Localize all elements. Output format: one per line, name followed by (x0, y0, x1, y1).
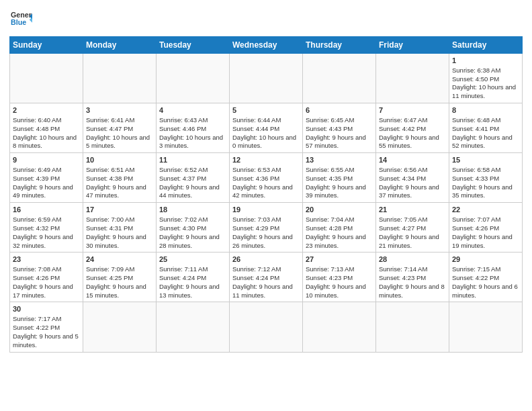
calendar-cell: 8Sunrise: 6:48 AMSunset: 4:41 PMDaylight… (449, 103, 523, 153)
day-number: 13 (306, 155, 373, 165)
calendar-cell: 15Sunrise: 6:58 AMSunset: 4:33 PMDayligh… (449, 153, 523, 203)
day-number: 22 (452, 205, 519, 215)
day-number: 8 (452, 105, 519, 116)
day-info: Sunrise: 6:59 AMSunset: 4:32 PMDaylight:… (13, 216, 73, 248)
logo: General Blue (9, 9, 32, 32)
day-number: 29 (452, 255, 519, 265)
day-number: 21 (379, 205, 446, 215)
calendar-cell: 23Sunrise: 7:08 AMSunset: 4:26 PMDayligh… (10, 253, 83, 302)
day-number: 28 (379, 255, 446, 265)
day-number: 23 (13, 255, 80, 265)
weekday-wednesday: Wednesday (230, 37, 303, 54)
day-info: Sunrise: 7:03 AMSunset: 4:29 PMDaylight:… (232, 216, 293, 248)
day-number: 3 (86, 105, 153, 116)
calendar-week-1: 1Sunrise: 6:38 AMSunset: 4:50 PMDaylight… (10, 54, 523, 103)
calendar-cell: 27Sunrise: 7:13 AMSunset: 4:23 PMDayligh… (303, 253, 376, 302)
weekday-tuesday: Tuesday (157, 37, 230, 54)
day-number: 25 (159, 255, 226, 265)
calendar-week-4: 16Sunrise: 6:59 AMSunset: 4:32 PMDayligh… (10, 203, 523, 253)
calendar-cell: 1Sunrise: 6:38 AMSunset: 4:50 PMDaylight… (449, 54, 523, 103)
day-number: 7 (379, 105, 446, 116)
day-info: Sunrise: 6:52 AMSunset: 4:37 PMDaylight:… (159, 166, 220, 199)
calendar-cell: 16Sunrise: 6:59 AMSunset: 4:32 PMDayligh… (10, 203, 83, 253)
calendar-cell: 28Sunrise: 7:14 AMSunset: 4:23 PMDayligh… (376, 253, 449, 302)
day-info: Sunrise: 6:40 AMSunset: 4:48 PMDaylight:… (13, 116, 77, 149)
calendar-cell: 9Sunrise: 6:49 AMSunset: 4:39 PMDaylight… (10, 153, 83, 203)
day-info: Sunrise: 6:53 AMSunset: 4:36 PMDaylight:… (232, 166, 293, 199)
calendar-cell (230, 302, 303, 352)
calendar-cell (230, 54, 303, 103)
day-info: Sunrise: 6:55 AMSunset: 4:35 PMDaylight:… (306, 166, 366, 199)
calendar-week-3: 9Sunrise: 6:49 AMSunset: 4:39 PMDaylight… (10, 153, 523, 203)
day-info: Sunrise: 7:17 AMSunset: 4:22 PMDaylight:… (13, 315, 79, 348)
weekday-monday: Monday (83, 37, 157, 54)
day-number: 11 (159, 155, 226, 165)
calendar-table: SundayMondayTuesdayWednesdayThursdayFrid… (9, 36, 523, 353)
day-number: 10 (86, 155, 153, 165)
day-info: Sunrise: 6:44 AMSunset: 4:44 PMDaylight:… (232, 116, 296, 149)
day-info: Sunrise: 7:05 AMSunset: 4:27 PMDaylight:… (379, 216, 439, 248)
day-number: 14 (379, 155, 446, 165)
weekday-sunday: Sunday (10, 37, 83, 54)
calendar-cell: 14Sunrise: 6:56 AMSunset: 4:34 PMDayligh… (376, 153, 449, 203)
day-info: Sunrise: 6:38 AMSunset: 4:50 PMDaylight:… (452, 66, 516, 99)
day-info: Sunrise: 6:47 AMSunset: 4:42 PMDaylight:… (379, 116, 439, 149)
calendar-cell: 5Sunrise: 6:44 AMSunset: 4:44 PMDaylight… (230, 103, 303, 153)
calendar-week-6: 30Sunrise: 7:17 AMSunset: 4:22 PMDayligh… (10, 302, 523, 352)
day-info: Sunrise: 7:08 AMSunset: 4:26 PMDaylight:… (13, 265, 73, 298)
day-info: Sunrise: 7:07 AMSunset: 4:26 PMDaylight:… (452, 216, 513, 248)
calendar-cell: 2Sunrise: 6:40 AMSunset: 4:48 PMDaylight… (10, 103, 83, 153)
calendar-cell (10, 54, 83, 103)
day-number: 18 (159, 205, 226, 215)
day-info: Sunrise: 6:51 AMSunset: 4:38 PMDaylight:… (86, 166, 146, 199)
calendar-cell: 21Sunrise: 7:05 AMSunset: 4:27 PMDayligh… (376, 203, 449, 253)
calendar-cell (303, 302, 376, 352)
day-number: 9 (13, 155, 80, 165)
calendar-cell: 29Sunrise: 7:15 AMSunset: 4:22 PMDayligh… (449, 253, 523, 302)
day-info: Sunrise: 7:02 AMSunset: 4:30 PMDaylight:… (159, 216, 220, 248)
weekday-header-row: SundayMondayTuesdayWednesdayThursdayFrid… (10, 37, 523, 54)
calendar-cell (449, 302, 523, 352)
day-info: Sunrise: 7:14 AMSunset: 4:23 PMDaylight:… (379, 265, 445, 298)
day-number: 15 (452, 155, 519, 165)
day-info: Sunrise: 7:12 AMSunset: 4:24 PMDaylight:… (232, 265, 293, 298)
day-info: Sunrise: 7:15 AMSunset: 4:22 PMDaylight:… (452, 265, 518, 298)
calendar-cell: 17Sunrise: 7:00 AMSunset: 4:31 PMDayligh… (83, 203, 157, 253)
day-number: 26 (232, 255, 300, 265)
day-number: 2 (13, 105, 80, 116)
day-number: 17 (86, 205, 153, 215)
calendar-cell (376, 302, 449, 352)
day-number: 16 (13, 205, 80, 215)
calendar-cell (83, 302, 157, 352)
calendar-cell: 3Sunrise: 6:41 AMSunset: 4:47 PMDaylight… (83, 103, 157, 153)
day-number: 30 (13, 304, 80, 314)
day-number: 6 (306, 105, 373, 116)
day-number: 4 (159, 105, 226, 116)
calendar-cell: 10Sunrise: 6:51 AMSunset: 4:38 PMDayligh… (83, 153, 157, 203)
weekday-saturday: Saturday (449, 37, 523, 54)
day-info: Sunrise: 7:11 AMSunset: 4:24 PMDaylight:… (159, 265, 220, 298)
calendar-cell (376, 54, 449, 103)
calendar-cell: 25Sunrise: 7:11 AMSunset: 4:24 PMDayligh… (157, 253, 230, 302)
day-info: Sunrise: 6:58 AMSunset: 4:33 PMDaylight:… (452, 166, 513, 199)
svg-text:Blue: Blue (11, 18, 26, 26)
day-info: Sunrise: 6:45 AMSunset: 4:43 PMDaylight:… (306, 116, 366, 149)
day-info: Sunrise: 6:56 AMSunset: 4:34 PMDaylight:… (379, 166, 439, 199)
calendar-cell (157, 54, 230, 103)
calendar-cell: 12Sunrise: 6:53 AMSunset: 4:36 PMDayligh… (230, 153, 303, 203)
calendar-week-5: 23Sunrise: 7:08 AMSunset: 4:26 PMDayligh… (10, 253, 523, 302)
day-info: Sunrise: 6:43 AMSunset: 4:46 PMDaylight:… (159, 116, 223, 149)
day-number: 5 (232, 105, 300, 116)
calendar-cell (83, 54, 157, 103)
calendar-cell: 18Sunrise: 7:02 AMSunset: 4:30 PMDayligh… (157, 203, 230, 253)
day-info: Sunrise: 7:09 AMSunset: 4:25 PMDaylight:… (86, 265, 146, 298)
calendar-cell (157, 302, 230, 352)
day-info: Sunrise: 6:49 AMSunset: 4:39 PMDaylight:… (13, 166, 73, 199)
calendar-cell: 24Sunrise: 7:09 AMSunset: 4:25 PMDayligh… (83, 253, 157, 302)
calendar-cell: 30Sunrise: 7:17 AMSunset: 4:22 PMDayligh… (10, 302, 83, 352)
calendar-cell: 22Sunrise: 7:07 AMSunset: 4:26 PMDayligh… (449, 203, 523, 253)
weekday-friday: Friday (376, 37, 449, 54)
day-number: 12 (232, 155, 300, 165)
calendar-week-2: 2Sunrise: 6:40 AMSunset: 4:48 PMDaylight… (10, 103, 523, 153)
day-info: Sunrise: 7:00 AMSunset: 4:31 PMDaylight:… (86, 216, 146, 248)
